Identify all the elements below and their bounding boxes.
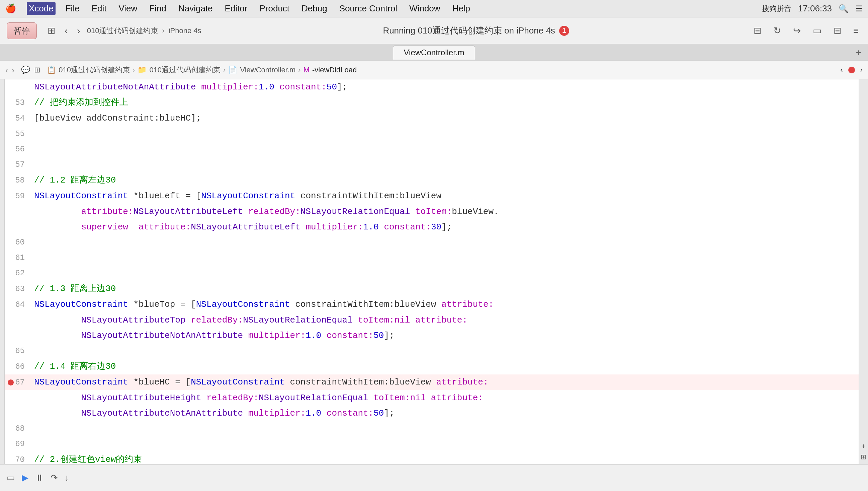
menu-product[interactable]: Product — [257, 2, 291, 15]
breadcrumb-file[interactable]: ViewController.m — [240, 66, 296, 74]
view-split-icon[interactable]: ⊟ — [831, 24, 844, 37]
view-three-icon[interactable]: ≡ — [850, 24, 861, 37]
line-content: superview attribute:NSLayoutAttributeLef… — [31, 220, 452, 235]
code-line: attribute:NSLayoutAttributeLeft relatedB… — [5, 204, 859, 220]
breadcrumb-project-icon: 📋 — [47, 66, 56, 74]
breadcrumb-folder-icon: 📁 — [137, 66, 147, 74]
line-number: 54 — [5, 111, 31, 126]
chat-icon[interactable]: 💬 — [21, 66, 30, 74]
toolbar-right-icons: ⊟ ↻ ↪ ▭ ⊟ ≡ — [751, 24, 861, 37]
code-line: 53 // 把约束添加到控件上 — [5, 95, 859, 111]
project-breadcrumb[interactable]: 010通过代码创建约束 — [87, 26, 158, 36]
nav-back-icon[interactable]: ‹ — [62, 24, 70, 37]
menu-view[interactable]: View — [117, 2, 139, 15]
line-content: NSLayoutConstraint *blueTop = [NSLayoutC… — [31, 297, 494, 312]
code-line: NSLayoutAttributeNotAnAttribute multipli… — [5, 328, 859, 343]
nav-right-icon[interactable]: › — [860, 66, 863, 74]
line-content: // 2.创建红色view的约束 — [31, 452, 142, 464]
breadcrumb-method[interactable]: -viewDidLoad — [312, 66, 357, 74]
right-sidebar: + ⊞ — [859, 79, 868, 464]
menu-find[interactable]: Find — [147, 2, 168, 15]
run-status-text: Running 010通过代码创建约束 on iPhone 4s — [383, 25, 555, 36]
breadcrumb-folder[interactable]: 010通过代码创建约束 — [149, 65, 220, 75]
code-line: 60 — [5, 235, 859, 250]
error-dot-67 — [8, 379, 14, 385]
search-icon[interactable]: 🔍 — [839, 4, 848, 13]
line-content: NSLayoutAttributeTop relatedBy:NSLayoutR… — [31, 313, 467, 328]
code-line: 54 [blueView addConstraint:blueHC]; — [5, 111, 859, 126]
editor-main: NSLayoutAttributeNotAnAttribute multipli… — [0, 79, 868, 464]
code-line: 59 NSLayoutConstraint *blueLeft = [NSLay… — [5, 188, 859, 204]
code-line: 68 — [5, 421, 859, 436]
layout-icon-1[interactable]: ⊟ — [751, 24, 764, 37]
input-method: 搜狗拼音 — [762, 4, 792, 14]
line-content: NSLayoutConstraint *blueLeft = [NSLayout… — [31, 188, 441, 204]
error-indicator — [848, 67, 855, 74]
line-number: 55 — [5, 126, 31, 142]
line-number: 64 — [5, 297, 31, 313]
zoom-in-icon[interactable]: + — [862, 442, 866, 450]
line-content: // 1.3 距离上边30 — [31, 281, 116, 296]
step-over-icon[interactable]: ↷ — [51, 472, 58, 483]
line-number: 53 — [5, 95, 31, 111]
nav-left-icon[interactable]: ‹ — [840, 66, 843, 74]
code-editor[interactable]: NSLayoutAttributeNotAnAttribute multipli… — [5, 79, 859, 464]
line-number: 65 — [5, 343, 31, 359]
console-icon[interactable]: ▭ — [7, 472, 15, 483]
menu-help[interactable]: Help — [451, 2, 472, 15]
bottom-bar-icons: ▭ ▶ ⏸ ↷ ↓ — [7, 472, 69, 483]
code-line: 61 — [5, 250, 859, 266]
menu-xcode[interactable]: Xcode — [27, 2, 56, 15]
breadcrumb-icons: 💬 ⊞ — [21, 66, 40, 74]
menu-editor[interactable]: Editor — [223, 2, 250, 15]
line-number: 56 — [5, 142, 31, 157]
breadcrumb-sep-2: › — [223, 66, 225, 74]
line-number: 58 — [5, 173, 31, 188]
add-tab-button[interactable]: + — [856, 47, 861, 58]
breadcrumb-project[interactable]: 010通过代码创建约束 — [59, 65, 130, 75]
clock: 17:06:33 — [798, 3, 832, 14]
breadcrumb-bar: ‹ › 💬 ⊞ 📋 010通过代码创建约束 › 📁 010通过代码创建约束 › … — [0, 61, 868, 79]
code-line: 69 — [5, 436, 859, 452]
line-number: 59 — [5, 189, 31, 204]
run-status-bar: Running 010通过代码创建约束 on iPhone 4s 1 — [207, 25, 746, 36]
editor-scroll[interactable]: NSLayoutAttributeNotAnAttribute multipli… — [5, 79, 859, 464]
step-into-icon[interactable]: ↓ — [65, 472, 69, 483]
editor-container[interactable]: NSLayoutAttributeNotAnAttribute multipli… — [5, 79, 859, 464]
tab-viewcontroller[interactable]: ViewController.m — [393, 46, 475, 60]
step-icon[interactable]: ↪ — [790, 24, 803, 37]
menu-source-control[interactable]: Source Control — [337, 2, 399, 15]
forward-button[interactable]: › — [12, 65, 15, 75]
error-badge: 1 — [559, 26, 569, 36]
code-line: 62 — [5, 266, 859, 281]
refresh-icon[interactable]: ↻ — [771, 24, 784, 37]
pause-icon[interactable]: ⏸ — [35, 472, 44, 483]
menu-navigate[interactable]: Navigate — [176, 2, 215, 15]
menu-window[interactable]: Window — [407, 2, 442, 15]
line-number: 69 — [5, 436, 31, 452]
menu-debug[interactable]: Debug — [300, 2, 329, 15]
notification-icon[interactable]: ☰ — [855, 4, 863, 13]
menu-file[interactable]: File — [64, 2, 82, 15]
view-single-icon[interactable]: ▭ — [810, 24, 824, 37]
run-icon[interactable]: ▶ — [22, 472, 28, 483]
code-line: 55 — [5, 126, 859, 142]
apple-menu[interactable]: 🍎 — [5, 3, 16, 14]
menubar: 🍎 Xcode File Edit View Find Navigate Edi… — [0, 0, 868, 18]
line-content: // 把约束添加到控件上 — [31, 95, 128, 110]
line-content: NSLayoutAttributeNotAnAttribute multipli… — [31, 406, 395, 421]
zoom-out-icon[interactable]: ⊞ — [861, 453, 866, 461]
code-line: NSLayoutAttributeNotAnAttribute multipli… — [5, 79, 859, 95]
line-number-error: 67 — [5, 375, 31, 390]
line-content: // 1.2 距离左边30 — [31, 172, 116, 188]
code-line: superview attribute:NSLayoutAttributeLef… — [5, 220, 859, 235]
code-line: 56 — [5, 142, 859, 157]
back-button[interactable]: ‹ — [5, 65, 8, 75]
grid-view-icon[interactable]: ⊞ — [45, 24, 58, 37]
nav-forward-icon[interactable]: › — [74, 24, 83, 37]
stop-button[interactable]: 暂停 — [7, 23, 37, 39]
menu-edit[interactable]: Edit — [90, 2, 109, 15]
bottom-bar: ▭ ▶ ⏸ ↷ ↓ — [0, 464, 868, 491]
scheme-label[interactable]: iPhone 4s — [169, 26, 202, 35]
grid-icon[interactable]: ⊞ — [34, 66, 40, 74]
